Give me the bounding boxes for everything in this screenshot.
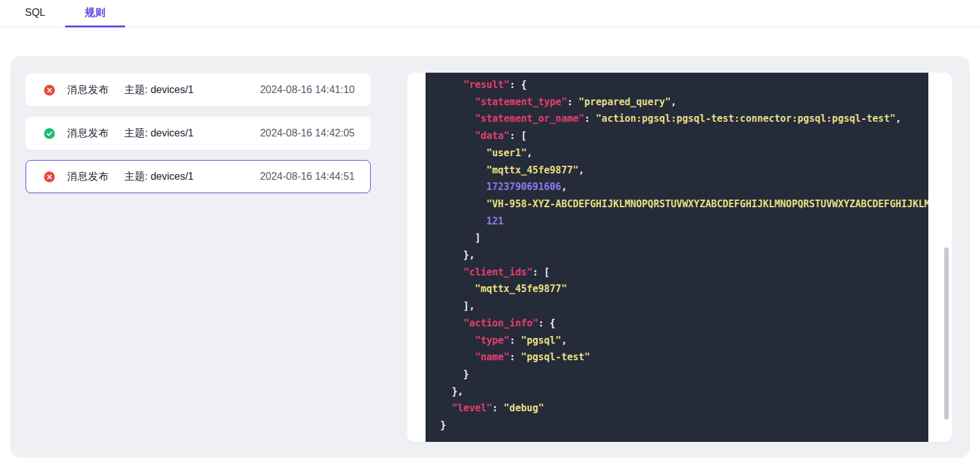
json-log-viewer[interactable]: "result": { "statement_type": "prepared_… [426, 73, 928, 442]
event-title: 消息发布 [67, 84, 109, 97]
tabs: SQL 规则 [0, 0, 980, 27]
event-topic: 主题: devices/1 [124, 127, 193, 140]
check-circle-icon [44, 128, 55, 139]
tab-bar: SQL 规则 [0, 0, 980, 27]
event-list-item[interactable]: 消息发布 主题: devices/1 2024-08-16 14:44:51 [26, 160, 371, 193]
event-timestamp: 2024-08-16 14:42:05 [260, 128, 355, 139]
event-list-item[interactable]: 消息发布 主题: devices/1 2024-08-16 14:41:10 [26, 73, 371, 106]
event-topic: 主题: devices/1 [124, 84, 193, 97]
event-title: 消息发布 [67, 170, 109, 184]
event-title: 消息发布 [67, 127, 109, 140]
error-status-icon [44, 85, 55, 96]
event-topic: 主题: devices/1 [124, 170, 193, 184]
tab-rules[interactable]: 规则 [65, 0, 125, 27]
rule-debug-panel: 消息发布 主题: devices/1 2024-08-16 14:41:10 消… [10, 56, 970, 458]
vertical-scrollbar-thumb[interactable] [944, 247, 949, 420]
event-list: 消息发布 主题: devices/1 2024-08-16 14:41:10 消… [26, 73, 371, 203]
event-timestamp: 2024-08-16 14:41:10 [260, 84, 355, 96]
tab-label: SQL [25, 7, 45, 18]
tab-label: 规则 [85, 6, 105, 20]
event-timestamp: 2024-08-16 14:44:51 [260, 171, 355, 182]
debug-log-panel: "result": { "statement_type": "prepared_… [407, 73, 952, 442]
event-list-item[interactable]: 消息发布 主题: devices/1 2024-08-16 14:42:05 [26, 117, 371, 150]
tab-sql[interactable]: SQL [5, 0, 65, 27]
error-status-icon [44, 172, 55, 182]
